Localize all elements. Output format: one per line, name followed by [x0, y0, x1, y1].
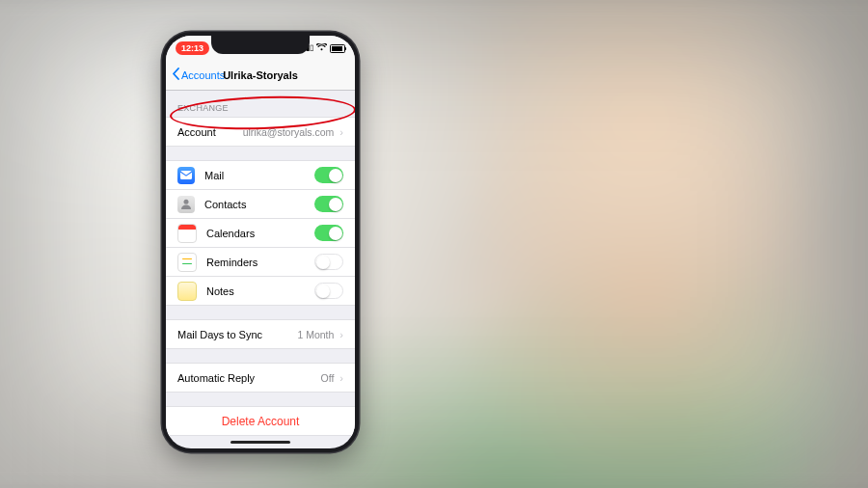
navigation-bar: Accounts Ulrika-Storyals [166, 61, 355, 91]
vignette [0, 0, 868, 488]
service-label: Reminders [206, 257, 258, 268]
service-label: Mail [204, 170, 224, 181]
service-row-reminders[interactable]: Reminders [166, 248, 355, 277]
home-indicator[interactable] [231, 441, 290, 445]
spacer [166, 349, 355, 363]
service-row-contacts[interactable]: Contacts [166, 190, 355, 219]
phone-frame: 12:13 ▮▮▮▯ Accounts Ulrika-Storyals EX [162, 32, 359, 452]
delete-account-button[interactable]: Delete Account [166, 407, 355, 436]
chevron-right-icon: › [339, 372, 343, 384]
contacts-toggle[interactable] [314, 196, 343, 212]
chevron-left-icon [172, 68, 179, 82]
reminders-toggle[interactable] [314, 254, 343, 270]
svg-point-1 [184, 200, 189, 204]
contacts-icon [177, 196, 195, 213]
auto-reply-value: Off [321, 372, 335, 384]
delete-group: Delete Account [166, 406, 355, 436]
mail-sync-value: 1 Month [297, 329, 334, 340]
reminders-icon [177, 253, 197, 272]
mail-sync-label: Mail Days to Sync [177, 329, 262, 340]
calendars-toggle[interactable] [314, 225, 343, 241]
service-label: Notes [206, 285, 234, 297]
settings-scroll[interactable]: EXCHANGE Account ulrika@storyals.com › M… [166, 90, 355, 448]
auto-reply-label: Automatic Reply [177, 372, 255, 384]
mail-icon [177, 167, 195, 184]
chevron-right-icon: › [339, 126, 343, 138]
calendars-icon [177, 224, 197, 243]
battery-icon [330, 44, 345, 53]
chevron-right-icon: › [339, 329, 343, 340]
service-row-notes[interactable]: Notes [166, 277, 355, 306]
svg-rect-0 [180, 171, 192, 179]
account-row[interactable]: Account ulrika@storyals.com › [166, 118, 355, 147]
services-group: Mail Contacts Calendars Re [166, 160, 355, 306]
service-row-mail[interactable]: Mail [166, 161, 355, 190]
account-value: ulrika@storyals.com [243, 126, 335, 138]
mail-days-to-sync-row[interactable]: Mail Days to Sync 1 Month › [166, 320, 355, 349]
back-label: Accounts [181, 69, 225, 81]
notes-icon [177, 282, 197, 301]
account-label: Account [177, 126, 216, 138]
spacer [166, 393, 355, 406]
mail-sync-group: Mail Days to Sync 1 Month › [166, 319, 355, 349]
service-label: Calendars [206, 228, 255, 239]
back-button[interactable]: Accounts [172, 68, 225, 82]
account-group: Account ulrika@storyals.com › [166, 117, 355, 147]
auto-reply-group: Automatic Reply Off › [166, 363, 355, 393]
service-row-calendars[interactable]: Calendars [166, 219, 355, 248]
status-time-recording: 12:13 [176, 41, 209, 55]
page-title: Ulrika-Storyals [223, 69, 298, 81]
automatic-reply-row[interactable]: Automatic Reply Off › [166, 364, 355, 393]
spacer [166, 306, 355, 319]
spacer [166, 147, 355, 160]
phone-notch [211, 36, 310, 54]
section-header-exchange: EXCHANGE [166, 90, 355, 117]
wifi-icon [316, 43, 327, 53]
service-label: Contacts [204, 199, 246, 210]
phone-screen: 12:13 ▮▮▮▯ Accounts Ulrika-Storyals EX [166, 36, 355, 448]
mail-toggle[interactable] [314, 167, 343, 183]
delete-account-label: Delete Account [222, 415, 300, 428]
notes-toggle[interactable] [314, 283, 343, 299]
